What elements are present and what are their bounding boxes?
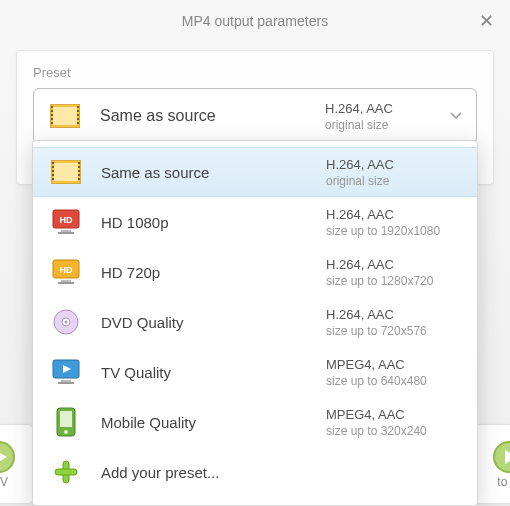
svg-rect-8 (77, 110, 79, 112)
mobile-phone-icon (49, 408, 83, 436)
output-parameters-dialog: MP4 output parameters ✕ Preset Same as s… (0, 0, 510, 506)
plus-icon (49, 458, 83, 486)
svg-rect-26 (78, 174, 80, 176)
option-size: size up to 720x576 (326, 324, 461, 338)
selected-preset-meta: H.264, AAC original size (325, 101, 462, 132)
svg-rect-42 (58, 382, 74, 384)
dialog-title: MP4 output parameters (182, 13, 328, 29)
svg-rect-4 (51, 114, 53, 116)
svg-rect-44 (60, 411, 72, 427)
preset-option-dvd-quality[interactable]: DVD Quality H.264, AAC size up to 720x57… (33, 297, 477, 347)
bg-thumb-right[interactable]: to M (474, 424, 510, 504)
svg-rect-25 (78, 170, 80, 172)
option-size: size up to 640x480 (326, 374, 461, 388)
option-title: TV Quality (101, 364, 326, 381)
option-codec: MPEG4, AAC (326, 357, 461, 372)
preset-dropdown: Same as source H.264, AAC original size … (32, 140, 478, 506)
option-size: original size (326, 174, 461, 188)
svg-rect-11 (77, 122, 79, 124)
svg-text:HD: HD (60, 265, 73, 275)
option-codec: H.264, AAC (326, 307, 461, 322)
svg-rect-24 (78, 166, 80, 168)
option-codec: H.264, AAC (326, 157, 461, 172)
selected-preset-title-wrap: Same as source (100, 107, 325, 125)
close-icon[interactable]: ✕ (476, 10, 496, 30)
svg-rect-27 (78, 178, 80, 180)
svg-rect-23 (78, 162, 80, 164)
svg-rect-34 (61, 280, 71, 282)
svg-rect-6 (51, 122, 53, 124)
svg-rect-3 (51, 110, 53, 112)
option-title: HD 720p (101, 264, 326, 281)
option-title: Same as source (101, 164, 326, 181)
option-title: Mobile Quality (101, 414, 326, 431)
titlebar: MP4 output parameters ✕ (0, 0, 510, 42)
option-codec: H.264, AAC (326, 207, 461, 222)
svg-rect-47 (55, 469, 77, 475)
preset-combo[interactable]: Same as source H.264, AAC original size (33, 88, 477, 144)
selected-preset-size: original size (325, 118, 462, 132)
svg-rect-41 (61, 380, 71, 382)
svg-point-38 (65, 321, 68, 324)
svg-point-45 (64, 430, 68, 434)
svg-rect-18 (52, 162, 54, 164)
svg-rect-30 (61, 230, 71, 232)
svg-rect-19 (52, 166, 54, 168)
svg-rect-7 (77, 106, 79, 108)
svg-rect-10 (77, 118, 79, 120)
svg-rect-20 (52, 170, 54, 172)
disc-icon (49, 308, 83, 336)
option-title: DVD Quality (101, 314, 326, 331)
svg-rect-35 (58, 282, 74, 284)
film-icon (49, 158, 83, 186)
option-size: size up to 320x240 (326, 424, 461, 438)
bg-thumb-left[interactable]: MV (0, 424, 34, 504)
svg-rect-21 (52, 174, 54, 176)
monitor-hd-red-icon: HD (49, 208, 83, 236)
svg-text:HD: HD (60, 215, 73, 225)
option-codec: MPEG4, AAC (326, 407, 461, 422)
svg-rect-31 (58, 232, 74, 234)
option-codec: H.264, AAC (326, 257, 461, 272)
svg-rect-17 (54, 163, 78, 181)
svg-rect-5 (51, 118, 53, 120)
preset-option-same-as-source[interactable]: Same as source H.264, AAC original size (33, 147, 477, 197)
preset-option-hd-720p[interactable]: HD HD 720p H.264, AAC size up to 1280x72… (33, 247, 477, 297)
option-title: HD 1080p (101, 214, 326, 231)
film-icon (48, 102, 82, 130)
bg-thumb-left-label: MV (0, 475, 8, 489)
tv-icon (49, 358, 83, 386)
preset-option-hd-1080p[interactable]: HD HD 1080p H.264, AAC size up to 1920x1… (33, 197, 477, 247)
svg-rect-9 (77, 114, 79, 116)
svg-rect-22 (52, 178, 54, 180)
preset-option-mobile-quality[interactable]: Mobile Quality MPEG4, AAC size up to 320… (33, 397, 477, 447)
svg-rect-2 (51, 106, 53, 108)
add-your-preset[interactable]: Add your preset... (33, 447, 477, 497)
preset-field-label: Preset (33, 65, 477, 80)
chevron-down-icon (450, 112, 462, 120)
preset-option-tv-quality[interactable]: TV Quality MPEG4, AAC size up to 640x480 (33, 347, 477, 397)
svg-rect-1 (53, 107, 77, 125)
bg-thumb-right-label: to M (497, 475, 510, 489)
selected-preset-title: Same as source (100, 107, 325, 125)
monitor-hd-yellow-icon: HD (49, 258, 83, 286)
selected-preset-codec: H.264, AAC (325, 101, 462, 116)
add-preset-label: Add your preset... (101, 464, 326, 481)
option-size: size up to 1280x720 (326, 274, 461, 288)
option-size: size up to 1920x1080 (326, 224, 461, 238)
